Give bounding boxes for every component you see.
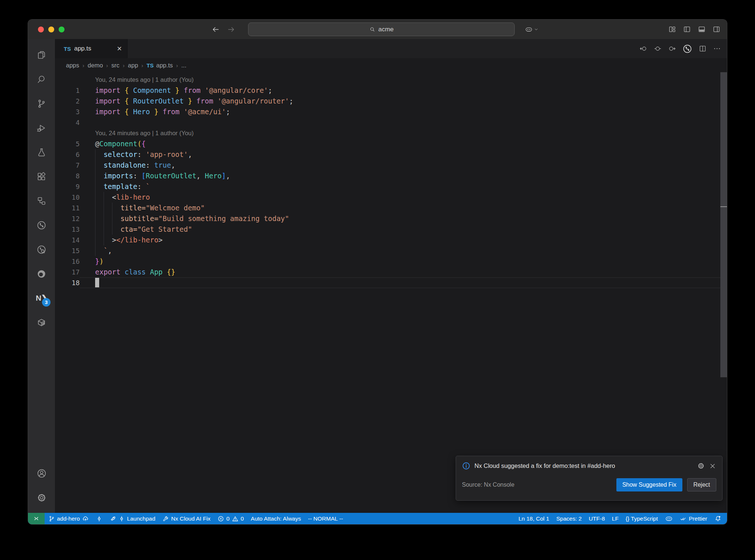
token-str: '@angular/core' [201, 86, 268, 94]
reject-button[interactable]: Reject [687, 478, 716, 491]
status-item-problems[interactable]: 00 [214, 513, 247, 524]
indent-guide [104, 235, 104, 245]
extensions-icon [36, 172, 46, 182]
code-line-17: 17export class App {} [55, 267, 727, 277]
notification-close-icon[interactable] [709, 462, 716, 470]
graph-search-icon [36, 245, 46, 255]
close-window-button[interactable] [38, 27, 44, 32]
token-kw: export [95, 268, 121, 276]
status-item-branch-add-hero[interactable]: add-hero [45, 513, 92, 524]
copilot-icon [525, 25, 533, 33]
minimize-window-button[interactable] [48, 27, 54, 32]
breadcrumb-item-app[interactable]: app [128, 62, 138, 69]
indent-guide [95, 160, 95, 171]
tab-app-ts[interactable]: TS app.ts ✕ [55, 39, 128, 58]
arrow-right-icon[interactable] [227, 25, 235, 34]
layout-panel-icon[interactable] [698, 25, 706, 33]
activity-item-run-debug[interactable] [28, 116, 55, 140]
activity-item-gitlens-search[interactable] [28, 237, 55, 262]
activity-item-extensions[interactable] [28, 164, 55, 189]
breadcrumb: apps›demo›src›app›TSapp.ts›... [55, 58, 727, 72]
code-editor[interactable]: You, 24 minutes ago | 1 author (You)1imp… [55, 72, 727, 513]
gear-icon [36, 493, 47, 503]
status-item-auto-attach[interactable]: Auto Attach: Always [247, 513, 305, 524]
next-change-icon[interactable] [668, 45, 676, 53]
line-number: 1 [55, 85, 80, 96]
code-text: selector: 'app-root', [80, 149, 727, 160]
layout-customize-icon[interactable] [668, 25, 676, 33]
status-item-launchpad[interactable]: Launchpad [106, 513, 159, 524]
status-text: UTF-8 [589, 515, 605, 522]
activity-item-accounts[interactable] [28, 461, 55, 486]
line-number: 15 [55, 245, 80, 256]
copilot-menu[interactable] [525, 20, 539, 39]
token-b1: { [121, 108, 129, 116]
prev-change-icon[interactable] [639, 45, 647, 53]
activity-item-source-control[interactable] [28, 91, 55, 116]
code-text: subtitle="Build something amazing today" [80, 213, 727, 224]
breadcrumb-separator: › [83, 62, 84, 69]
notification-settings-gear-icon[interactable] [697, 462, 705, 470]
line-number: 3 [55, 106, 80, 117]
activity-item-edge-tools[interactable] [28, 262, 55, 286]
status-item-cursor-position[interactable]: Ln 18, Col 1 [515, 513, 553, 524]
token-b1: } [184, 97, 192, 105]
token-tag: </lib-hero [116, 236, 158, 244]
breadcrumb-item-apps[interactable]: apps [66, 62, 79, 69]
line-number: 6 [55, 149, 80, 160]
show-suggested-fix-button[interactable]: Show Suggested Fix [616, 478, 682, 491]
arrow-left-icon[interactable] [212, 25, 220, 34]
scrollbar[interactable] [720, 72, 727, 513]
code-text: cta="Get Started" [80, 224, 727, 235]
status-item-nx-cloud-ai-fix[interactable]: Nx Cloud AI Fix [159, 513, 214, 524]
indent-guide [95, 213, 95, 224]
token-cls: Component [99, 140, 137, 148]
activity-item-commit-graph[interactable] [28, 213, 55, 237]
activity-item-nx-console[interactable]: N❯3 [28, 286, 55, 310]
git-commit-icon [118, 515, 125, 522]
command-center-search[interactable]: acme [248, 22, 515, 36]
more-icon[interactable] [713, 45, 721, 53]
breadcrumb-item-demo[interactable]: demo [88, 62, 103, 69]
status-item-language-mode[interactable]: {} TypeScript [622, 513, 661, 524]
tab-close-icon[interactable]: ✕ [117, 45, 122, 53]
breadcrumb-label: ... [181, 62, 187, 69]
activity-item-containers[interactable] [28, 310, 55, 335]
indent-guide [95, 245, 95, 256]
change-icon[interactable] [654, 45, 662, 53]
activity-item-explorer[interactable] [28, 43, 55, 67]
status-item-commit-graph[interactable] [92, 513, 106, 524]
code-text: }) [80, 256, 727, 267]
line-number [55, 74, 80, 85]
status-item-eol[interactable]: LF [608, 513, 622, 524]
zoom-window-button[interactable] [59, 27, 65, 32]
code-line-1: 1import { Component } from '@angular/cor… [55, 85, 727, 96]
activity-item-testing[interactable] [28, 140, 55, 164]
layout-sidebar-left-icon[interactable] [683, 25, 691, 33]
scrollbar-thumb[interactable] [720, 72, 727, 377]
status-item-formatter-prettier[interactable]: Prettier [676, 513, 711, 524]
activity-item-search[interactable] [28, 67, 55, 91]
chevron-down-icon [533, 27, 539, 32]
status-item-encoding[interactable]: UTF-8 [585, 513, 608, 524]
activity-item-hierarchy[interactable] [28, 189, 55, 213]
beaker-icon [36, 147, 46, 157]
split-editor-icon[interactable] [699, 45, 707, 53]
token-icls: Component [129, 86, 171, 94]
indent-guide [95, 235, 95, 245]
status-item-indentation[interactable]: Spaces: 2 [553, 513, 585, 524]
breadcrumb-item-[interactable]: ... [181, 62, 187, 69]
status-item-vim-mode[interactable]: -- NORMAL -- [305, 513, 347, 524]
token-prop: selector [95, 150, 137, 158]
layout-sidebar-right-icon[interactable] [713, 25, 720, 33]
token-str: "Welcmoe demo" [146, 204, 205, 212]
graph-circle-icon[interactable] [682, 44, 692, 54]
breadcrumb-item-appts[interactable]: TSapp.ts [147, 62, 173, 69]
breadcrumb-item-src[interactable]: src [111, 62, 119, 69]
activity-item-settings[interactable] [28, 486, 55, 510]
status-item-notifications-bell[interactable] [711, 513, 725, 524]
status-item-copilot[interactable] [661, 513, 676, 524]
token-str: "Build something amazing today" [159, 214, 289, 223]
code-text: <lib-hero [80, 192, 727, 203]
remote-indicator[interactable] [28, 513, 45, 524]
